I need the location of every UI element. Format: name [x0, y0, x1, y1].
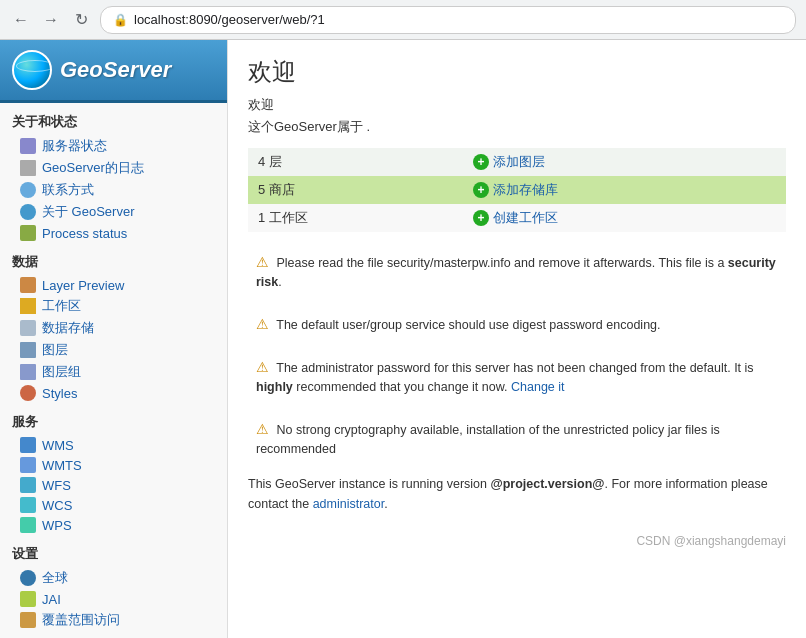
sidebar-label-coverage: 覆盖范围访问: [42, 611, 120, 629]
warning-icon-2: ⚠: [256, 316, 269, 332]
welcome-label: 欢迎: [248, 96, 786, 114]
sidebar-label-about: 关于 GeoServer: [42, 203, 134, 221]
forward-button[interactable]: →: [40, 9, 62, 31]
add-layer-link[interactable]: + 添加图层: [473, 153, 776, 171]
sidebar-item-wms[interactable]: WMS: [0, 435, 227, 455]
logo-globe-icon: [12, 50, 52, 90]
url-text: localhost:8090/geoserver/web/?1: [134, 12, 325, 27]
footer-text-1: This GeoServer instance is running versi…: [248, 477, 490, 491]
wps-icon: [20, 517, 36, 533]
sidebar-item-jai[interactable]: JAI: [0, 589, 227, 609]
sidebar-label-log: GeoServer的日志: [42, 159, 144, 177]
warning-icon-3: ⚠: [256, 359, 269, 375]
styles-icon: [20, 385, 36, 401]
back-button[interactable]: ←: [10, 9, 32, 31]
warning-bold-3: highly: [256, 380, 293, 394]
sidebar-label-wfs: WFS: [42, 478, 71, 493]
section-about-title: 关于和状态: [0, 103, 227, 135]
sidebar-item-global[interactable]: 全球: [0, 567, 227, 589]
layergroup-icon: [20, 364, 36, 380]
footer-version: @project.version@: [490, 477, 604, 491]
sidebar-item-wmts[interactable]: WMTS: [0, 455, 227, 475]
sidebar-label-layers: 图层: [42, 341, 68, 359]
sidebar-label-wcs: WCS: [42, 498, 72, 513]
stats-row-stores: 5 商店 + 添加存储库: [248, 176, 786, 204]
sidebar-item-layergroups[interactable]: 图层组: [0, 361, 227, 383]
reload-button[interactable]: ↻: [70, 9, 92, 31]
sidebar-label-contact: 联系方式: [42, 181, 94, 199]
sidebar-label-layer-preview: Layer Preview: [42, 278, 124, 293]
warning-text-3: The administrator password for this serv…: [276, 361, 753, 375]
sidebar-label-wms: WMS: [42, 438, 74, 453]
warning-text-2: The default user/group service should us…: [276, 318, 660, 332]
about-icon: [20, 204, 36, 220]
lock-icon: 🔒: [113, 13, 128, 27]
sidebar-label-layergroups: 图层组: [42, 363, 81, 381]
log-icon: [20, 160, 36, 176]
sidebar-item-coverage[interactable]: 覆盖范围访问: [0, 609, 227, 631]
sidebar-item-contact[interactable]: 联系方式: [0, 179, 227, 201]
sidebar-item-layers[interactable]: 图层: [0, 339, 227, 361]
sidebar-label-jai: JAI: [42, 592, 61, 607]
section-data-title: 数据: [0, 243, 227, 275]
preview-icon: [20, 277, 36, 293]
create-workspace-link[interactable]: + 创建工作区: [473, 209, 776, 227]
logo-area: GeoServer: [0, 40, 227, 103]
sidebar-item-server-status[interactable]: 服务器状态: [0, 135, 227, 157]
warning-text-1: Please read the file security/masterpw.i…: [276, 256, 727, 270]
plus-icon-2: +: [473, 182, 489, 198]
sidebar-item-wps[interactable]: WPS: [0, 515, 227, 535]
plus-icon-3: +: [473, 210, 489, 226]
server-icon: [20, 138, 36, 154]
sidebar-label-workarea: 工作区: [42, 297, 81, 315]
warning-text-4: No strong cryptography available, instal…: [256, 423, 720, 456]
sidebar-item-layer-preview[interactable]: Layer Preview: [0, 275, 227, 295]
add-store-link[interactable]: + 添加存储库: [473, 181, 776, 199]
layers-count: 4 层: [258, 154, 282, 169]
sidebar-item-log[interactable]: GeoServer的日志: [0, 157, 227, 179]
administrator-link[interactable]: administrator: [313, 497, 385, 511]
workspace-count: 1 工作区: [258, 210, 308, 225]
coverage-icon: [20, 612, 36, 628]
layer-icon: [20, 342, 36, 358]
create-workspace-label: 创建工作区: [493, 209, 558, 227]
csdn-watermark: CSDN @xiangshangdemayi: [248, 534, 786, 548]
datastorage-icon: [20, 320, 36, 336]
add-store-label: 添加存储库: [493, 181, 558, 199]
sidebar-label-server-status: 服务器状态: [42, 137, 107, 155]
section-services-title: 服务: [0, 403, 227, 435]
sidebar-item-about[interactable]: 关于 GeoServer: [0, 201, 227, 223]
sidebar-label-wmts: WMTS: [42, 458, 82, 473]
browser-chrome: ← → ↻ 🔒 localhost:8090/geoserver/web/?1: [0, 0, 806, 40]
stats-table: 4 层 + 添加图层 5 商店 + 添加存储库 1 工作: [248, 148, 786, 232]
sidebar-item-process-status[interactable]: Process status: [0, 223, 227, 243]
sidebar-item-wfs[interactable]: WFS: [0, 475, 227, 495]
contact-icon: [20, 182, 36, 198]
stats-row-workspace: 1 工作区 + 创建工作区: [248, 204, 786, 232]
sidebar-label-datastorage: 数据存储: [42, 319, 94, 337]
jai-icon: [20, 591, 36, 607]
workarea-icon: [20, 298, 36, 314]
wms-icon: [20, 437, 36, 453]
sidebar-item-datastorage[interactable]: 数据存储: [0, 317, 227, 339]
global-icon: [20, 570, 36, 586]
app-body: GeoServer 关于和状态 服务器状态 GeoServer的日志 联系方式 …: [0, 40, 806, 638]
wfs-icon: [20, 477, 36, 493]
footer-text-3: .: [384, 497, 387, 511]
address-bar[interactable]: 🔒 localhost:8090/geoserver/web/?1: [100, 6, 796, 34]
sidebar-item-styles[interactable]: Styles: [0, 383, 227, 403]
process-icon: [20, 225, 36, 241]
add-layer-label: 添加图层: [493, 153, 545, 171]
warning-security-file: ⚠ Please read the file security/masterpw…: [248, 246, 786, 298]
sidebar-item-wcs[interactable]: WCS: [0, 495, 227, 515]
logo-text: GeoServer: [60, 57, 171, 83]
stores-count: 5 商店: [258, 182, 295, 197]
sidebar-label-global: 全球: [42, 569, 68, 587]
warning-icon-4: ⚠: [256, 421, 269, 437]
change-it-link[interactable]: Change it: [511, 380, 565, 394]
sidebar-item-workarea[interactable]: 工作区: [0, 295, 227, 317]
belongs-text: 这个GeoServer属于 .: [248, 118, 786, 136]
main-content: 欢迎 欢迎 这个GeoServer属于 . 4 层 + 添加图层 5 商店 +: [228, 40, 806, 638]
sidebar: GeoServer 关于和状态 服务器状态 GeoServer的日志 联系方式 …: [0, 40, 228, 638]
wcs-icon: [20, 497, 36, 513]
